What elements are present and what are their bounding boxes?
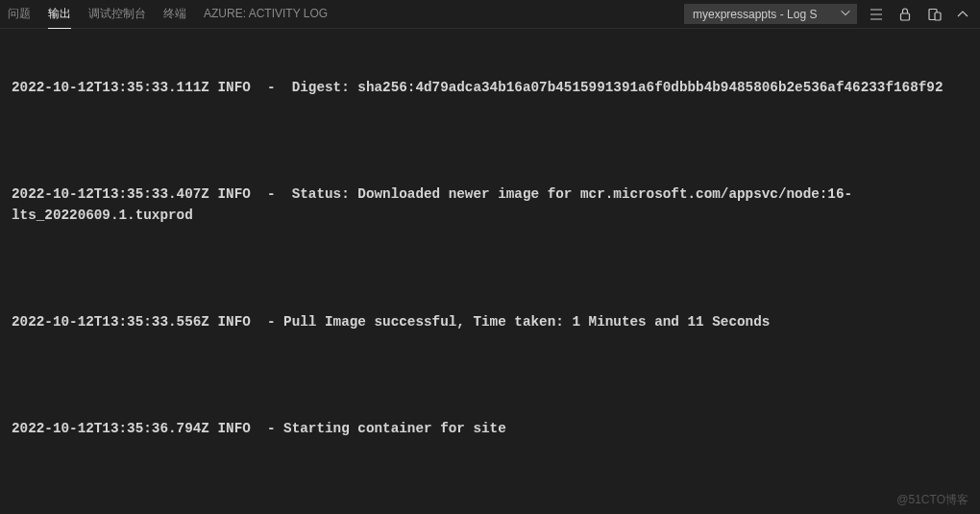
chevron-down-icon bbox=[839, 6, 852, 22]
log-line: 2022-10-12T13:35:33.111Z INFO - Digest: … bbox=[12, 77, 968, 98]
tab-azure-activity-log[interactable]: AZURE: ACTIVITY LOG bbox=[204, 1, 328, 27]
panel-right-controls: myexpressappts - Log S bbox=[684, 4, 972, 24]
log-line: 2022-10-12T13:35:33.556Z INFO - Pull Ima… bbox=[12, 311, 968, 332]
panel-header: 问题 输出 调试控制台 终端 AZURE: ACTIVITY LOG myexp… bbox=[0, 0, 980, 29]
chevron-up-icon[interactable] bbox=[953, 5, 972, 24]
dropdown-label: myexpressappts - Log S bbox=[693, 8, 817, 21]
clear-icon[interactable] bbox=[924, 5, 943, 24]
list-icon[interactable] bbox=[867, 5, 886, 24]
log-line: 2022-10-12T13:35:36.794Z INFO - Starting… bbox=[12, 418, 968, 439]
tab-debug-console[interactable]: 调试控制台 bbox=[88, 0, 146, 29]
log-line: 2022-10-12T13:35:33.407Z INFO - Status: … bbox=[12, 184, 968, 226]
output-channel-dropdown[interactable]: myexpressappts - Log S bbox=[684, 4, 857, 24]
svg-rect-0 bbox=[901, 13, 910, 20]
tab-output[interactable]: 输出 bbox=[48, 0, 71, 29]
svg-rect-2 bbox=[935, 12, 941, 20]
watermark: @51CTO博客 bbox=[896, 492, 968, 508]
tab-terminal[interactable]: 终端 bbox=[163, 0, 186, 29]
panel-tabs: 问题 输出 调试控制台 终端 AZURE: ACTIVITY LOG bbox=[8, 0, 328, 29]
tab-problems[interactable]: 问题 bbox=[8, 0, 31, 29]
lock-icon[interactable] bbox=[895, 5, 915, 24]
output-log-area[interactable]: 2022-10-12T13:35:33.111Z INFO - Digest: … bbox=[0, 29, 980, 514]
